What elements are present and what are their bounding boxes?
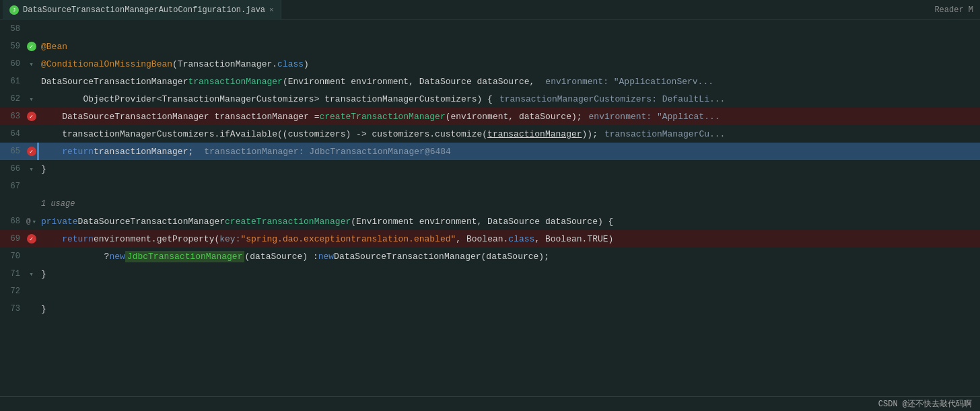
line-content-72	[37, 283, 980, 300]
code-line-60: 60 ▾ @ConditionalOnMissingBean(Transacti…	[0, 55, 980, 73]
code-line-61: 61 DataSourceTransactionManager transact…	[0, 73, 980, 90]
line-content-60: @ConditionalOnMissingBean(TransactionMan…	[37, 55, 980, 73]
line-content-71: }	[37, 265, 980, 283]
line-content-68: private DataSourceTransactionManager cre…	[37, 213, 980, 230]
line-icons-65: ✓	[26, 147, 37, 156]
code-line-65: 65 ✓ return transactionManager; transact…	[0, 143, 980, 160]
code-line-67: 67	[0, 178, 980, 195]
line-icons-68: @ ▾	[26, 217, 37, 226]
line-content-70: ? new JdbcTransactionManager(dataSource)…	[37, 248, 980, 265]
line-num-69: 69	[0, 234, 26, 244]
code-area: 58 59 ✓ @Bean 60 ▾	[0, 20, 980, 396]
code-line-62: 62 ▾ ObjectProvider<TransactionManagerCu…	[0, 90, 980, 108]
line-content-73: }	[37, 300, 980, 317]
line-num-62: 62	[0, 94, 26, 104]
tab-close-button[interactable]: ×	[269, 6, 274, 14]
line-icons-62: ▾	[26, 95, 37, 104]
fold-icon-68[interactable]: ▾	[32, 217, 36, 226]
line-num-60: 60	[0, 59, 26, 69]
code-line-69: 69 ✓ return environment.getProperty( key…	[0, 230, 980, 248]
code-line-63: 63 ✓ DataSourceTransactionManager transa…	[0, 108, 980, 125]
annotation-bean: @Bean	[41, 42, 67, 52]
line-num-66: 66	[0, 164, 26, 174]
tab-bar: J DataSourceTransactionManagerAutoConfig…	[0, 0, 980, 20]
line-num-73: 73	[0, 304, 26, 313]
line-icons-59: ✓	[26, 42, 37, 51]
reader-mode-label: Reader M	[934, 5, 980, 15]
code-line-72: 72	[0, 283, 980, 300]
file-tab-icon: J	[9, 5, 19, 15]
code-line-71: 71 ▾ }	[0, 265, 980, 283]
line-content-62: ObjectProvider<TransactionManagerCustomi…	[37, 90, 980, 108]
fold-icon-71[interactable]: ▾	[29, 270, 34, 278]
line-num-70: 70	[0, 252, 26, 261]
usage-label: 1 usage	[41, 199, 75, 209]
line-num-61: 61	[0, 77, 26, 86]
line-icons-63: ✓	[26, 112, 37, 121]
line-content-61: DataSourceTransactionManager transaction…	[37, 73, 980, 90]
breakpoint-69[interactable]: ✓	[27, 234, 36, 244]
line-bar-65	[37, 143, 39, 160]
line-num-65: 65	[0, 147, 26, 156]
line-content-58	[37, 20, 980, 38]
line-content-63: DataSourceTransactionManager transaction…	[37, 108, 980, 125]
fold-icon-66[interactable]: ▾	[29, 165, 34, 174]
line-num-58: 58	[0, 24, 26, 34]
line-num-72: 72	[0, 287, 26, 296]
line-icons-60: ▾	[26, 60, 37, 69]
line-num-59: 59	[0, 42, 26, 51]
code-line-73: 73 }	[0, 300, 980, 317]
breakpoint-63[interactable]: ✓	[27, 112, 36, 121]
line-content-67	[37, 178, 980, 195]
line-num-68: 68	[0, 217, 26, 226]
code-line-58: 58	[0, 20, 980, 38]
code-line-64: 64 transactionManagerCustomizers.ifAvail…	[0, 125, 980, 143]
line-icons-69: ✓	[26, 234, 37, 244]
line-icons-66: ▾	[26, 165, 37, 174]
line-num-64: 64	[0, 129, 26, 139]
fold-icon-60[interactable]: ▾	[29, 60, 34, 69]
code-line-70: 70 ? new JdbcTransactionManager(dataSour…	[0, 248, 980, 265]
line-content-59: @Bean	[37, 38, 980, 55]
line-content-65: return transactionManager; transactionMa…	[37, 143, 980, 160]
code-line-usage: 1 usage	[0, 195, 980, 213]
fold-icon-62[interactable]: ▾	[29, 95, 34, 104]
line-content-69: return environment.getProperty( key: "sp…	[37, 230, 980, 248]
line-content-64: transactionManagerCustomizers.ifAvailabl…	[37, 125, 980, 143]
breakpoint-59[interactable]: ✓	[27, 42, 36, 51]
code-line-68: 68 @ ▾ private DataSourceTransactionMana…	[0, 213, 980, 230]
line-content-usage: 1 usage	[37, 195, 980, 213]
breakpoint-65[interactable]: ✓	[27, 147, 36, 156]
bottom-bar: CSDN @还不快去敲代码啊	[0, 396, 980, 411]
code-line-59: 59 ✓ @Bean	[0, 38, 980, 55]
watermark-text: CSDN @还不快去敲代码啊	[878, 398, 972, 410]
line-icons-71: ▾	[26, 270, 37, 278]
line-num-63: 63	[0, 112, 26, 121]
line-num-67: 67	[0, 182, 26, 191]
line-content-66: }	[37, 160, 980, 178]
file-tab-label: DataSourceTransactionManagerAutoConfigur…	[23, 5, 265, 15]
at-icon-68: @	[26, 217, 31, 225]
code-lines: 58 59 ✓ @Bean 60 ▾	[0, 20, 980, 396]
file-tab[interactable]: J DataSourceTransactionManagerAutoConfig…	[3, 0, 281, 20]
code-line-66: 66 ▾ }	[0, 160, 980, 178]
line-num-71: 71	[0, 269, 26, 278]
editor-container: J DataSourceTransactionManagerAutoConfig…	[0, 0, 980, 411]
